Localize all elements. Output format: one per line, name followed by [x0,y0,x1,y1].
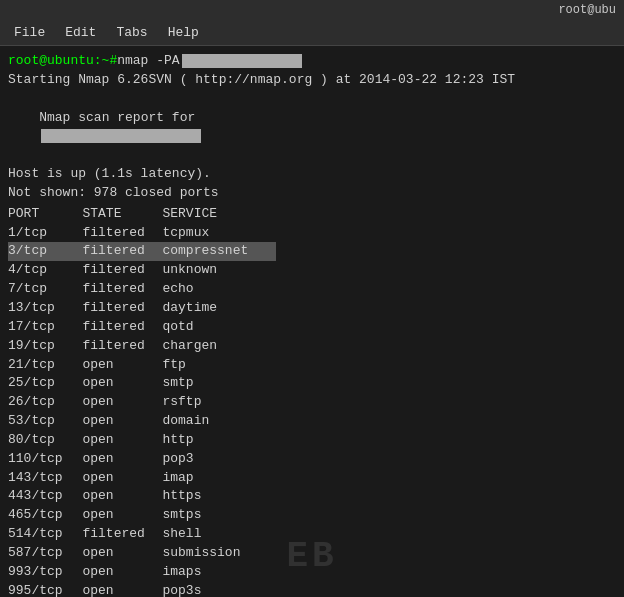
prompt-line: root@ubuntu:~# nmap -PA [8,52,616,71]
table-row: 587/tcpopensubmission [8,544,276,563]
port-number: 7/tcp [8,280,82,299]
menu-tabs[interactable]: Tabs [106,23,157,42]
title-bar: root@ubu [0,0,624,20]
port-number: 26/tcp [8,393,82,412]
port-service: daytime [162,299,275,318]
port-number: 465/tcp [8,506,82,525]
port-number: 80/tcp [8,431,82,450]
port-number: 13/tcp [8,299,82,318]
table-row: 19/tcpfilteredchargen [8,337,276,356]
menu-bar: File Edit Tabs Help [0,20,624,46]
port-number: 587/tcp [8,544,82,563]
port-number: 110/tcp [8,450,82,469]
prompt-text: root@ubuntu:~# [8,52,117,71]
port-number: 21/tcp [8,356,82,375]
command-text: nmap -PA [117,52,179,71]
host-line: Host is up (1.1s latency). [8,165,616,184]
col-state: STATE [82,205,162,224]
port-state: filtered [82,224,162,243]
port-number: 995/tcp [8,582,82,597]
port-state: filtered [82,280,162,299]
port-number: 514/tcp [8,525,82,544]
col-port: PORT [8,205,82,224]
menu-edit[interactable]: Edit [55,23,106,42]
table-row: 25/tcpopensmtp [8,374,276,393]
table-row: 1/tcpfilteredtcpmux [8,224,276,243]
port-state: open [82,544,162,563]
port-state: open [82,431,162,450]
port-state: open [82,469,162,488]
port-service: echo [162,280,275,299]
port-state: filtered [82,299,162,318]
table-row: 443/tcpopenhttps [8,487,276,506]
scan-report-line: Nmap scan report for [8,90,616,165]
title-text: root@ubu [558,3,616,17]
terminal: root@ubuntu:~# nmap -PA Starting Nmap 6.… [0,46,624,597]
port-service: smtps [162,506,275,525]
port-service: ftp [162,356,275,375]
port-state: open [82,487,162,506]
table-row: 465/tcpopensmtps [8,506,276,525]
ports-table: PORT STATE SERVICE 1/tcpfilteredtcpmux3/… [8,205,276,597]
port-number: 443/tcp [8,487,82,506]
port-service: https [162,487,275,506]
table-row: 17/tcpfilteredqotd [8,318,276,337]
port-service: compressnet [162,242,275,261]
menu-file[interactable]: File [4,23,55,42]
port-service: domain [162,412,275,431]
port-number: 143/tcp [8,469,82,488]
ip-redacted-1 [182,54,302,68]
table-row: 3/tcpfilteredcompressnet [8,242,276,261]
port-state: open [82,356,162,375]
port-number: 3/tcp [8,242,82,261]
table-row: 993/tcpopenimaps [8,563,276,582]
port-number: 53/tcp [8,412,82,431]
port-service: rsftp [162,393,275,412]
port-service: qotd [162,318,275,337]
not-shown-line: Not shown: 978 closed ports [8,184,616,203]
port-service: unknown [162,261,275,280]
port-service: chargen [162,337,275,356]
port-state: open [82,412,162,431]
port-service: shell [162,525,275,544]
port-service: pop3s [162,582,275,597]
port-state: open [82,506,162,525]
port-service: imap [162,469,275,488]
table-row: 13/tcpfiltereddaytime [8,299,276,318]
port-state: filtered [82,337,162,356]
table-row: 514/tcpfilteredshell [8,525,276,544]
scan-report-label: Nmap scan report for [39,110,195,125]
port-state: filtered [82,318,162,337]
port-service: pop3 [162,450,275,469]
port-service: tcpmux [162,224,275,243]
table-row: 26/tcpopenrsftp [8,393,276,412]
ports-header: PORT STATE SERVICE [8,205,276,224]
port-number: 25/tcp [8,374,82,393]
port-state: filtered [82,525,162,544]
port-service: http [162,431,275,450]
port-number: 17/tcp [8,318,82,337]
port-state: filtered [82,242,162,261]
port-state: open [82,450,162,469]
table-row: 53/tcpopendomain [8,412,276,431]
port-state: open [82,393,162,412]
col-service: SERVICE [162,205,275,224]
port-state: open [82,563,162,582]
port-number: 993/tcp [8,563,82,582]
ip-redacted-2 [41,129,201,143]
table-row: 4/tcpfilteredunknown [8,261,276,280]
port-service: smtp [162,374,275,393]
table-row: 110/tcpopenpop3 [8,450,276,469]
port-service: submission [162,544,275,563]
menu-help[interactable]: Help [158,23,209,42]
table-row: 143/tcpopenimap [8,469,276,488]
table-row: 80/tcpopenhttp [8,431,276,450]
table-row: 7/tcpfilteredecho [8,280,276,299]
port-number: 4/tcp [8,261,82,280]
port-state: open [82,374,162,393]
port-service: imaps [162,563,275,582]
port-state: open [82,582,162,597]
port-state: filtered [82,261,162,280]
table-row: 21/tcpopenftp [8,356,276,375]
port-number: 1/tcp [8,224,82,243]
